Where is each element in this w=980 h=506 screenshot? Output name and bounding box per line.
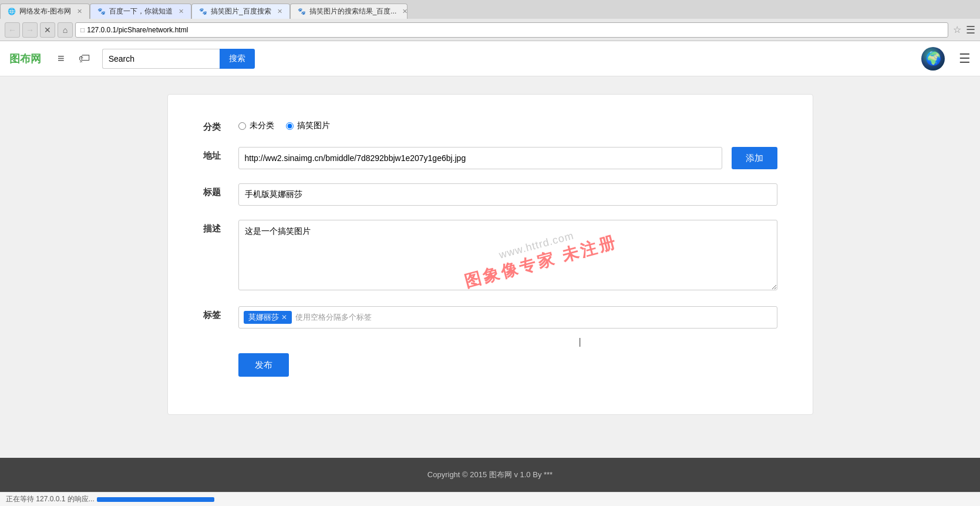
description-label: 描述 [203,220,238,234]
title-control [238,183,777,206]
tags-control: 莫娜丽莎 ✕ 使用空格分隔多个标签 [238,306,777,329]
title-row: 标题 [203,183,777,206]
address-input[interactable] [87,26,943,34]
tab-label-1: 网络发布-图布网 [19,6,71,16]
title-field[interactable] [238,183,777,206]
address-label: 地址 [203,147,238,162]
forward-button[interactable]: → [22,22,38,38]
tab-close-4[interactable]: ✕ [402,8,407,15]
radio-uncategorized-input[interactable] [238,122,246,130]
status-bar: 正在等待 127.0.0.1 的响应... [0,492,980,506]
address-field[interactable] [238,147,722,169]
description-row: 描述 这是一个搞笑图片 www.httrd.com 图象像专家 未注册 [203,220,777,292]
tag-label: 莫娜丽莎 [248,312,279,323]
brand-logo[interactable]: 图布网 [9,52,41,66]
tag-remove-icon[interactable]: ✕ [281,313,287,321]
publish-spacer [203,353,238,357]
tab-close-2[interactable]: ✕ [179,8,184,15]
tags-placeholder: 使用空格分隔多个标签 [295,312,372,323]
tab-icon-3: 🐾 [199,8,207,15]
tab-close-1[interactable]: ✕ [77,8,82,15]
header-menu-icon[interactable]: ☰ [959,51,971,66]
bookmark-star-icon[interactable]: ☆ [953,24,961,35]
tab-label-4: 搞笑图片的搜索结果_百度... [309,6,397,16]
avatar[interactable]: 🌍 [921,47,945,71]
tags-row: 标签 莫娜丽莎 ✕ 使用空格分隔多个标签 [203,306,777,329]
radio-funny[interactable]: 搞笑图片 [286,120,330,131]
publish-row: 发布 [203,353,777,377]
tags-input-container[interactable]: 莫娜丽莎 ✕ 使用空格分隔多个标签 [238,306,777,329]
radio-uncategorized-label: 未分类 [250,120,274,131]
publish-control: 发布 [238,353,777,377]
tag-item-monaLisa: 莫娜丽莎 ✕ [244,311,292,324]
browser-tab-3[interactable]: 🐾 搞笑图片_百度搜索 ✕ [191,4,290,19]
status-text: 正在等待 127.0.0.1 的响应... [6,494,95,504]
app-header: 图布网 ≡ 🏷 搜索 🌍 ☰ [0,41,980,76]
category-radio-group: 未分类 搞笑图片 [238,118,777,131]
description-field[interactable]: 这是一个搞笑图片 [238,220,777,290]
search-button[interactable]: 搜索 [220,49,255,69]
radio-uncategorized[interactable]: 未分类 [238,120,274,131]
form-card: 分类 未分类 搞笑图片 地址 添加 标题 [167,94,813,415]
search-input[interactable] [102,49,220,69]
back-button[interactable]: ← [5,22,20,38]
tab-icon-4: 🐾 [298,8,306,15]
description-control: 这是一个搞笑图片 www.httrd.com 图象像专家 未注册 [238,220,777,292]
address-box[interactable]: □ [75,22,948,38]
search-container: 搜索 [102,49,255,69]
browser-tab-4[interactable]: 🐾 搞笑图片的搜索结果_百度... ✕ [290,4,408,19]
refresh-button[interactable]: ✕ [40,22,55,38]
browser-menu-icon[interactable]: ☰ [966,24,975,36]
footer: Copyright © 2015 图布网 v 1.0 By *** [0,458,980,492]
address-control [238,147,722,169]
status-progress-bar [97,497,214,502]
address-row: 地址 添加 [203,147,777,169]
tab-label-2: 百度一下，你就知道 [109,6,173,16]
address-lock-icon: □ [80,26,85,34]
tab-label-3: 搞笑图片_百度搜索 [211,6,271,16]
publish-button[interactable]: 发布 [238,353,289,377]
radio-funny-label: 搞笑图片 [297,120,330,131]
tag-icon[interactable]: 🏷 [76,49,93,68]
cursor-indicator: | [579,337,581,347]
tab-close-3[interactable]: ✕ [277,8,282,15]
hamburger-icon[interactable]: ≡ [55,49,67,68]
page-content: 分类 未分类 搞笑图片 地址 添加 标题 [0,76,980,458]
address-bar-row: ← → ✕ ⌂ □ ☆ ☰ [0,19,980,41]
browser-tab-2[interactable]: 🐾 百度一下，你就知道 ✕ [90,4,191,19]
title-label: 标题 [203,183,238,198]
tags-label: 标签 [203,306,238,321]
copyright-text: Copyright © 2015 图布网 v 1.0 By *** [427,470,553,479]
tab-bar: 🌐 网络发布-图布网 ✕ 🐾 百度一下，你就知道 ✕ 🐾 搞笑图片_百度搜索 ✕… [0,0,980,19]
tab-icon-1: 🌐 [8,8,16,15]
tab-icon-2: 🐾 [97,8,106,15]
radio-funny-input[interactable] [286,122,294,130]
browser-tab-1[interactable]: 🌐 网络发布-图布网 ✕ [0,4,90,19]
add-button[interactable]: 添加 [732,147,777,169]
home-button[interactable]: ⌂ [58,22,73,38]
category-row: 分类 未分类 搞笑图片 [203,118,777,133]
category-label: 分类 [203,118,238,133]
